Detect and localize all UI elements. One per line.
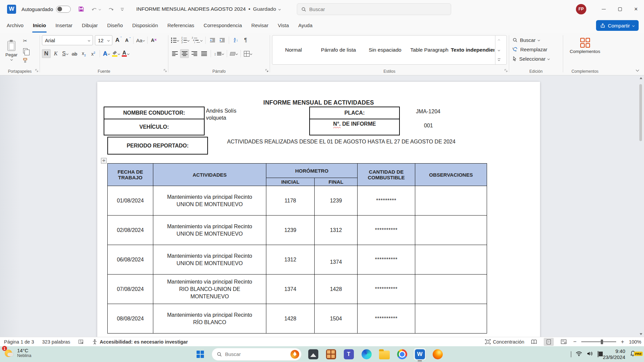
borders-button[interactable] — [243, 49, 253, 58]
weather-widget[interactable]: 1 14°C Neblina — [3, 347, 31, 358]
autosave-toggle[interactable] — [56, 6, 71, 13]
close-button[interactable]: × — [628, 0, 644, 18]
taskbar-search-box[interactable] — [212, 348, 302, 361]
taskbar-search-input[interactable] — [225, 351, 287, 357]
clipboard-dialog-launcher[interactable] — [35, 67, 38, 73]
scrollbar-thumb[interactable] — [639, 84, 642, 141]
pinned-app-dark[interactable] — [307, 348, 319, 360]
word-count[interactable]: 323 palabras — [42, 339, 70, 345]
highlight-button[interactable] — [111, 49, 120, 58]
tab-correspondencia[interactable]: Correspondencia — [199, 18, 247, 33]
scrollbar-track[interactable] — [638, 81, 643, 331]
zoom-level[interactable]: 100% — [629, 339, 641, 345]
titlebar-search-box[interactable] — [297, 3, 451, 15]
shrink-font-button[interactable]: Aˇ — [122, 36, 131, 45]
align-left-button[interactable] — [170, 49, 179, 58]
search-input[interactable] — [309, 6, 447, 12]
multilevel-list-button[interactable] — [191, 36, 203, 45]
zoom-out-button[interactable]: − — [573, 340, 577, 344]
select-button[interactable]: Seleccionar — [511, 54, 561, 63]
format-painter-button[interactable] — [21, 56, 30, 65]
justify-button[interactable] — [200, 49, 208, 58]
sort-button[interactable]: AZ↓ — [231, 36, 240, 45]
proofing-status-button[interactable] — [78, 339, 84, 345]
bullets-button[interactable] — [170, 36, 179, 45]
strikethrough-button[interactable]: ab — [70, 49, 79, 58]
customize-quick-access-button[interactable] — [120, 7, 125, 11]
font-size-combo[interactable]: 12 — [95, 35, 112, 45]
start-button[interactable] — [194, 348, 206, 360]
paste-button[interactable]: Pegar — [2, 35, 21, 67]
find-button[interactable]: Buscar — [511, 35, 561, 45]
share-button[interactable]: Compartir — [596, 20, 639, 31]
undo-button[interactable] — [90, 5, 102, 13]
save-button[interactable] — [77, 5, 86, 13]
italic-button[interactable]: K — [51, 49, 60, 58]
vertical-scrollbar[interactable] — [638, 75, 643, 337]
paragraph-dialog-launcher[interactable] — [265, 67, 268, 73]
underline-button[interactable]: S — [61, 49, 69, 58]
tray-overflow-button[interactable] — [571, 351, 571, 357]
tab-archivo[interactable]: Archivo — [2, 18, 28, 33]
numbering-button[interactable] — [180, 36, 190, 45]
align-center-button[interactable] — [180, 49, 189, 58]
redo-button[interactable] — [106, 5, 115, 13]
edge-app[interactable] — [360, 348, 373, 360]
pinned-app-orange[interactable] — [325, 348, 337, 360]
zoom-slider[interactable] — [581, 341, 616, 342]
tab-insertar[interactable]: Insertar — [51, 18, 77, 33]
tab-revisar[interactable]: Revisar — [247, 18, 273, 33]
superscript-button[interactable]: x2 — [89, 49, 98, 58]
read-mode-button[interactable] — [529, 338, 539, 346]
table-move-handle[interactable]: ✛ — [101, 158, 107, 164]
styles-dialog-launcher[interactable] — [504, 67, 507, 73]
file-explorer-app[interactable] — [378, 348, 390, 360]
maximize-button[interactable] — [612, 0, 628, 18]
chrome-app[interactable] — [396, 348, 408, 360]
tab-referencias[interactable]: Referencias — [163, 18, 199, 33]
font-dialog-launcher[interactable] — [164, 67, 167, 73]
user-avatar[interactable]: FP — [576, 4, 586, 14]
replace-button[interactable]: bc Reemplazar — [511, 45, 561, 54]
clock[interactable]: 9:40 23/9/2024 — [603, 348, 625, 360]
tab-diseno[interactable]: Diseño — [103, 18, 128, 33]
tab-disposicion[interactable]: Disposición — [127, 18, 163, 33]
style-normal[interactable]: Normal — [272, 47, 315, 53]
minimize-button[interactable] — [596, 0, 612, 18]
tab-ayuda[interactable]: Ayuda — [293, 18, 317, 33]
style-texto-independiente[interactable]: Texto independiente — [451, 47, 494, 53]
align-right-button[interactable] — [190, 49, 199, 58]
document-page[interactable]: INFORME MENSUAL DE ACTIVIDADES NOMBRE CO… — [97, 82, 540, 337]
scroll-up-button[interactable] — [638, 75, 643, 81]
zoom-in-button[interactable]: + — [621, 340, 624, 344]
change-case-button[interactable]: Aa — [136, 36, 145, 45]
addins-button[interactable]: Complementos — [565, 38, 605, 54]
style-sin-espaciado[interactable]: Sin espaciado — [362, 47, 408, 53]
font-name-combo[interactable]: Arial — [42, 35, 93, 45]
shading-button[interactable] — [229, 49, 238, 58]
wifi-button[interactable] — [576, 351, 582, 358]
style-parrafo-de-lista[interactable]: Párrafo de lista — [315, 47, 362, 53]
tab-dibujar[interactable]: Dibujar — [77, 18, 103, 33]
firefox-app[interactable] — [431, 348, 444, 360]
grow-font-button[interactable]: Aˆ — [113, 36, 122, 45]
bold-button[interactable]: N — [42, 49, 51, 58]
tab-vista[interactable]: Vista — [273, 18, 293, 33]
print-layout-button[interactable] — [544, 338, 554, 346]
style-table-paragraph[interactable]: Table Paragraph — [408, 47, 451, 53]
cut-button[interactable]: ✂ — [21, 37, 30, 45]
word-app-icon[interactable]: W — [7, 5, 16, 14]
document-title-area[interactable]: INFORME MENSUAL ANDRES AGOSTO 2024 • Gua… — [136, 6, 280, 12]
teams-app[interactable]: T — [342, 348, 355, 360]
line-spacing-button[interactable]: ↕ — [213, 49, 224, 58]
styles-gallery-more-button[interactable] — [495, 55, 502, 64]
focus-mode-button[interactable]: Concentración — [485, 339, 525, 345]
text-effects-button[interactable]: A — [102, 49, 111, 58]
copy-button[interactable] — [21, 46, 30, 55]
subscript-button[interactable]: x2 — [79, 49, 88, 58]
collapse-ribbon-button[interactable] — [636, 66, 639, 72]
font-color-button[interactable]: A — [121, 49, 130, 58]
clear-formatting-button[interactable]: A — [150, 36, 158, 45]
battery-button[interactable] — [598, 351, 598, 357]
zoom-slider-thumb[interactable] — [601, 340, 603, 344]
